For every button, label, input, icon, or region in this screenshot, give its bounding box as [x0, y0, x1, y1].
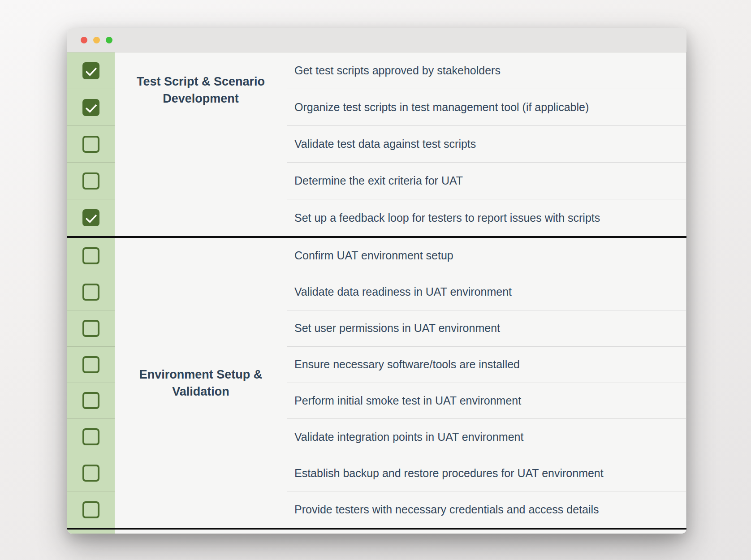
task-row: Establish backup and restore procedures …: [287, 455, 686, 491]
zoom-window-button[interactable]: [106, 37, 112, 43]
window-titlebar: [67, 28, 686, 52]
task-label: Provide testers with necessary credentia…: [294, 503, 599, 516]
task-checkbox[interactable]: [82, 356, 99, 373]
task-checkbox[interactable]: [82, 99, 99, 116]
task-row: Organize test scripts in test management…: [287, 89, 686, 126]
checkbox-cell: [67, 52, 115, 89]
task-checkbox[interactable]: [82, 320, 99, 337]
task-label: Get test scripts approved by stakeholder…: [294, 64, 501, 77]
task-checkbox[interactable]: [82, 465, 99, 482]
checkbox-cell: [67, 383, 115, 419]
task-checkbox[interactable]: [82, 247, 99, 264]
task-label: Validate test data against test scripts: [294, 138, 476, 151]
checkbox-cell: [67, 419, 115, 455]
task-label: Organize test scripts in test management…: [294, 101, 589, 114]
task-row: Provide testers with necessary credentia…: [287, 491, 686, 528]
task-checkbox[interactable]: [82, 172, 99, 190]
task-checkbox[interactable]: [82, 62, 99, 79]
task-label: Validate integration points in UAT envir…: [294, 431, 523, 444]
category-cell: Test Script & Scenario Development: [115, 52, 287, 236]
checkbox-cell: [67, 347, 115, 383]
checkbox-column: [67, 238, 115, 528]
desktop-background: Test Script & Scenario Development Get t…: [0, 0, 751, 560]
checkbox-cell: [67, 274, 115, 310]
task-row: Validate integration points in UAT envir…: [287, 419, 686, 455]
task-checkbox[interactable]: [82, 501, 99, 518]
task-row: Perform initial smoke test in UAT enviro…: [287, 383, 686, 419]
task-label: Confirm UAT environment setup: [294, 249, 453, 262]
task-label: Perform initial smoke test in UAT enviro…: [294, 394, 521, 407]
checkbox-cell: [67, 199, 115, 236]
task-checkbox[interactable]: [82, 209, 99, 226]
category-label: Test Script & Scenario Development: [123, 73, 279, 107]
task-checkbox[interactable]: [82, 284, 99, 301]
task-label: Set up a feedback loop for testers to re…: [294, 211, 600, 224]
task-row: Get test scripts approved by stakeholder…: [287, 52, 686, 89]
checkbox-cell: [67, 89, 115, 126]
checklist-window: Test Script & Scenario Development Get t…: [67, 28, 686, 534]
task-label: Validate data readiness in UAT environme…: [294, 285, 512, 298]
checkbox-column: [67, 530, 115, 534]
checkbox-column: [67, 52, 115, 236]
category-cell: [115, 530, 287, 534]
checkbox-cell: [67, 491, 115, 528]
task-label: Ensure necessary software/tools are inst…: [294, 358, 520, 371]
task-label: Establish backup and restore procedures …: [294, 467, 604, 480]
next-section-partial-row: [67, 530, 686, 534]
category-label: Environment Setup & Validation: [123, 366, 279, 400]
checkbox-cell: [67, 238, 115, 274]
task-checkbox[interactable]: [82, 428, 99, 445]
checklist-section-environment-setup: Environment Setup & Validation Confirm U…: [67, 238, 686, 530]
task-row: Set up a feedback loop for testers to re…: [287, 199, 686, 236]
task-column: [287, 530, 686, 534]
task-column: Get test scripts approved by stakeholder…: [287, 52, 686, 236]
close-window-button[interactable]: [81, 37, 87, 43]
checkbox-cell: [67, 455, 115, 491]
task-row: Confirm UAT environment setup: [287, 238, 686, 274]
task-row: Validate data readiness in UAT environme…: [287, 274, 686, 310]
task-label: Determine the exit criteria for UAT: [294, 174, 463, 187]
checkbox-cell: [67, 126, 115, 163]
task-row: Ensure necessary software/tools are inst…: [287, 347, 686, 383]
minimize-window-button[interactable]: [93, 37, 100, 43]
checkbox-cell: [67, 163, 115, 199]
checklist-section-test-script: Test Script & Scenario Development Get t…: [67, 52, 686, 238]
task-row: Determine the exit criteria for UAT: [287, 163, 686, 199]
checklist-table: Test Script & Scenario Development Get t…: [67, 52, 686, 534]
checkbox-cell: [67, 310, 115, 347]
task-row: Validate test data against test scripts: [287, 126, 686, 163]
task-checkbox[interactable]: [82, 392, 99, 409]
task-label: Set user permissions in UAT environment: [294, 322, 500, 335]
task-checkbox[interactable]: [82, 136, 99, 153]
category-cell: Environment Setup & Validation: [115, 238, 287, 528]
task-column: Confirm UAT environment setup Validate d…: [287, 238, 686, 528]
task-row: Set user permissions in UAT environment: [287, 310, 686, 347]
